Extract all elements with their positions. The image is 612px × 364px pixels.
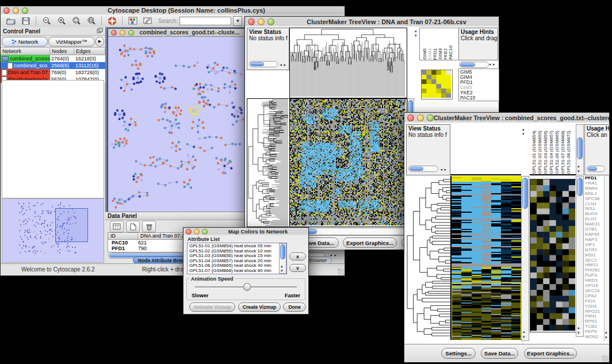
tab-network[interactable]: Network — [2, 37, 48, 47]
scroll-right-arrow[interactable]: ▸ — [284, 63, 286, 67]
dialog-titlebar[interactable]: Map Colors to Network — [183, 228, 308, 236]
usage-hints-scrollbar[interactable] — [459, 62, 489, 68]
network-window1-titlebar[interactable]: combined_scores_good.txt--cluste... — [108, 29, 245, 37]
delete-attribute-icon[interactable] — [142, 221, 156, 232]
heatmap2-canvas[interactable] — [452, 176, 521, 340]
tree-up-arrow[interactable]: ▴ — [415, 29, 417, 33]
scrollbar-thumb[interactable] — [522, 178, 528, 209]
column-label[interactable]: GPL51-01 (GSM854) — [531, 131, 537, 174]
zoom-heatmap-canvas[interactable] — [530, 179, 575, 331]
scroll-up-arrow[interactable]: ▴ — [281, 264, 283, 268]
scroll-left-arrow[interactable]: ◂ — [280, 63, 282, 67]
scroll-down-arrow[interactable]: ▾ — [577, 169, 580, 173]
gene-label[interactable]: PAC10 — [460, 95, 499, 101]
row-dendrogram2-canvas[interactable] — [406, 176, 450, 340]
help-lifesaver-icon[interactable] — [105, 16, 118, 26]
column-label[interactable]: GPL51-04 (GSM857) — [549, 131, 554, 174]
tree-down-arrow[interactable]: ▾ — [522, 132, 525, 136]
birdseye-view[interactable] — [2, 198, 104, 263]
attribute-list-scrollbar[interactable]: ▴ ▾ — [279, 243, 286, 274]
gene-list-right-scrollbar[interactable]: ▴ ▾ — [604, 176, 609, 341]
network-table-header-cell[interactable]: Edges — [74, 48, 105, 54]
open-file-button[interactable] — [4, 16, 17, 26]
network-table-header-cell[interactable]: Nodes — [50, 48, 74, 54]
animate-vizmap-button[interactable]: Animate Vizmap — [189, 302, 235, 312]
column-labels-scrollbar[interactable]: ▴ ▾ — [576, 124, 584, 175]
close-button[interactable] — [3, 7, 10, 14]
tree-down-arrow[interactable]: ▾ — [415, 33, 417, 37]
column-label[interactable]: PFD1 — [433, 48, 438, 60]
close-button[interactable] — [248, 18, 255, 25]
annotation-icon[interactable] — [141, 16, 154, 26]
column-label[interactable]: GIM3 — [438, 48, 443, 60]
zoom-button[interactable] — [128, 30, 134, 36]
vizmapper-icon[interactable] — [126, 16, 139, 26]
minimize-button[interactable] — [120, 30, 125, 36]
scroll-down-arrow[interactable]: ▾ — [281, 269, 283, 273]
scroll-left-arrow[interactable]: ◂ — [440, 167, 442, 171]
view-status-scrollbar[interactable] — [249, 61, 278, 67]
move-down-button[interactable]: ∨ — [289, 264, 306, 272]
scroll-right-arrow[interactable]: ▸ — [444, 167, 446, 171]
search-input[interactable] — [179, 17, 231, 25]
close-button[interactable] — [111, 30, 117, 36]
resize-grip[interactable] — [338, 269, 344, 275]
export-graphics-button[interactable]: Export Graphics... — [524, 348, 577, 359]
submatrix-canvas[interactable] — [422, 70, 451, 98]
column-label[interactable]: GPL51-03 (GSM856) — [543, 131, 549, 174]
scroll-down-arrow[interactable]: ▾ — [577, 331, 580, 335]
scrollbar-thumb[interactable] — [577, 137, 583, 159]
zoom-button[interactable] — [427, 114, 434, 121]
column-label[interactable]: GIM4 — [427, 48, 433, 60]
heatmap1-canvas[interactable] — [290, 99, 406, 225]
scroll-left-arrow[interactable]: ◂ — [489, 62, 491, 66]
minimize-button[interactable] — [13, 7, 19, 14]
tree-up-arrow[interactable]: ▴ — [522, 127, 525, 131]
zoom-button[interactable] — [267, 18, 274, 25]
save-button[interactable] — [19, 16, 32, 26]
done-button[interactable]: Done — [283, 302, 306, 312]
search-dropdown-arrow[interactable]: ▼ — [233, 16, 242, 26]
tab-overflow-arrow[interactable]: ▶ — [95, 37, 104, 47]
zoom-button[interactable] — [22, 7, 28, 14]
network-tree-area[interactable] — [2, 80, 104, 198]
row-dendrogram1-canvas[interactable] — [247, 99, 288, 225]
scroll-up-arrow[interactable]: ▴ — [605, 330, 607, 334]
move-up-button[interactable]: ∧ — [289, 252, 306, 260]
treeview2-titlebar[interactable]: ClusterMaker TreeView : combined_scores_… — [404, 113, 609, 123]
close-button[interactable] — [186, 229, 192, 235]
network-table-header-cell[interactable]: Network — [1, 48, 50, 54]
new-attribute-icon[interactable] — [126, 221, 140, 232]
resize-grip[interactable] — [602, 355, 609, 362]
zoom-in-button[interactable] — [55, 16, 68, 26]
zoom-button[interactable] — [202, 229, 208, 235]
usage-hints-scrollbar[interactable] — [587, 166, 605, 172]
column-label[interactable]: GPL51-06 (GSM865) — [554, 131, 560, 174]
data-table-header-cell[interactable]: ID — [108, 233, 138, 239]
scrollbar-thumb[interactable] — [577, 178, 583, 196]
birdseye-canvas[interactable] — [2, 199, 102, 261]
scroll-down-arrow[interactable]: ▾ — [605, 335, 607, 339]
scroll-right-arrow[interactable]: ▸ — [493, 62, 495, 66]
minimize-button[interactable] — [194, 229, 200, 235]
scrollbar-thumb[interactable] — [410, 167, 423, 171]
float-panel-icon[interactable] — [97, 28, 103, 35]
scrollbar-thumb[interactable] — [250, 62, 264, 66]
zoom-fit-button[interactable] — [85, 16, 98, 26]
network1-canvas[interactable] — [108, 37, 244, 213]
view-status-scrollbar[interactable] — [408, 166, 438, 172]
settings-button[interactable]: Settings... — [441, 348, 476, 359]
save-data-button[interactable]: Save Data... — [481, 348, 518, 359]
column-dendrogram1-canvas[interactable] — [290, 28, 406, 97]
column-label[interactable]: YKE2 — [443, 48, 448, 60]
minimize-button[interactable] — [258, 18, 265, 25]
column-label[interactable]: PAC10 — [448, 45, 453, 60]
scroll-up-arrow[interactable]: ▴ — [577, 164, 580, 168]
scrollbar-thumb[interactable] — [588, 167, 597, 171]
network-table-row[interactable]: combined_sco 2569(6) 13112(15) — [1, 62, 105, 69]
zoom-out-button[interactable] — [40, 16, 53, 26]
column-label[interactable]: GPL51-08 (GSM872) — [566, 131, 572, 174]
tab-vizmapper[interactable]: VizMapper™ — [48, 37, 94, 47]
treeview1-titlebar[interactable]: ClusterMaker TreeView : DNA and Tran 07-… — [245, 17, 499, 27]
minimize-button[interactable] — [417, 114, 424, 121]
